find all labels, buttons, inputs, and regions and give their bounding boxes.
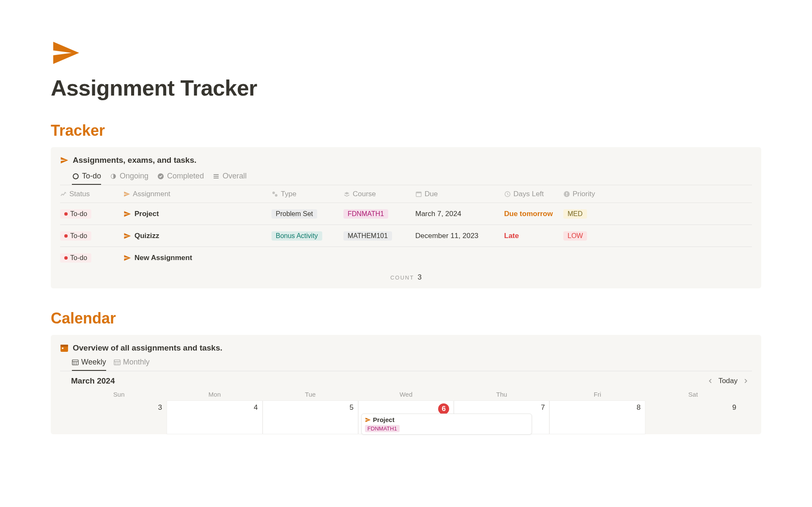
assignment-cell[interactable]: New Assignment xyxy=(123,254,272,262)
day-number: 8 xyxy=(554,403,640,412)
calendar-cell[interactable]: 4 xyxy=(167,400,262,434)
half-circle-icon xyxy=(110,173,117,180)
calendar-icon xyxy=(60,344,69,352)
tab-label: To-do xyxy=(82,172,101,181)
calendar-section-title: Calendar xyxy=(51,310,761,327)
days-left: Late xyxy=(504,232,519,240)
priority-icon xyxy=(563,191,570,197)
tracker-callout: Assignments, exams, and tasks. xyxy=(73,156,197,165)
paper-plane-icon xyxy=(123,191,130,197)
course-icon xyxy=(343,191,350,197)
day-number: 4 xyxy=(171,403,258,412)
tab-label: Overall xyxy=(222,172,247,181)
circle-icon xyxy=(72,173,80,180)
weekday-label: Mon xyxy=(167,389,262,400)
day-number: 7 xyxy=(458,403,545,412)
table-row[interactable]: To-doProjectProblem SetFDNMATH1March 7, … xyxy=(60,203,752,225)
calendar-cell[interactable]: 3 xyxy=(71,400,167,434)
due-date: December 11, 2023 xyxy=(415,232,478,240)
weekday-label: Wed xyxy=(358,389,454,400)
tab-label: Ongoing xyxy=(120,172,148,181)
status-icon xyxy=(60,191,67,197)
col-due[interactable]: Due xyxy=(415,190,504,198)
day-number: 5 xyxy=(267,403,354,412)
weekday-label: Sun xyxy=(71,389,167,400)
event-course-tag: FDNMATH1 xyxy=(365,425,400,432)
paper-plane-icon xyxy=(365,417,371,423)
assignment-cell[interactable]: Quizizz xyxy=(123,232,272,240)
count-label: COUNT xyxy=(390,274,414,281)
chevron-left-icon[interactable] xyxy=(708,378,713,384)
tab-label: Completed xyxy=(167,172,204,181)
type-icon xyxy=(272,191,278,197)
calendar-cell[interactable]: 8 xyxy=(549,400,645,434)
day-number: 9 xyxy=(650,403,736,412)
tab-ongoing[interactable]: Ongoing xyxy=(110,172,148,185)
col-status[interactable]: Status xyxy=(60,190,123,198)
col-course[interactable]: Course xyxy=(343,190,415,198)
chevron-right-icon[interactable] xyxy=(743,378,749,384)
tab-todo[interactable]: To-do xyxy=(72,172,101,185)
col-days-left[interactable]: Days Left xyxy=(504,190,563,198)
days-left: Due tomorrow xyxy=(504,210,553,218)
page-title: Assignment Tracker xyxy=(51,75,761,101)
today-button[interactable]: Today xyxy=(719,377,738,385)
paper-plane-icon xyxy=(123,232,131,240)
tab-completed[interactable]: Completed xyxy=(157,172,204,185)
paper-plane-icon xyxy=(51,38,80,68)
calendar-panel: Overview of all assignments and tasks. W… xyxy=(51,335,761,434)
due-date: March 7, 2024 xyxy=(415,210,461,218)
count-value: 3 xyxy=(418,273,422,281)
tab-overall[interactable]: Overall xyxy=(212,172,247,185)
calendar-cell[interactable]: 6ProjectFDNMATH1 xyxy=(358,400,454,434)
priority-tag: MED xyxy=(563,209,587,219)
day-number: 6 xyxy=(438,403,449,414)
priority-tag: LOW xyxy=(563,231,587,241)
weekday-label: Fri xyxy=(549,389,645,400)
count-row: COUNT 3 xyxy=(51,269,761,284)
date-icon xyxy=(415,191,422,197)
status-badge: To-do xyxy=(60,209,91,219)
status-badge: To-do xyxy=(60,253,91,263)
course-tag: FDNMATH1 xyxy=(343,209,388,219)
weekday-label: Tue xyxy=(263,389,358,400)
col-assignment[interactable]: Assignment xyxy=(123,190,272,198)
paper-plane-icon xyxy=(60,156,69,164)
calendar-cell[interactable]: 9 xyxy=(645,400,741,434)
tracker-section-title: Tracker xyxy=(51,122,761,140)
status-badge: To-do xyxy=(60,231,91,241)
calendar-event[interactable]: ProjectFDNMATH1 xyxy=(361,414,532,435)
tracker-panel: Assignments, exams, and tasks. To-do Ong… xyxy=(51,147,761,288)
course-tag: MATHEM101 xyxy=(343,231,392,241)
type-tag: Problem Set xyxy=(272,209,317,219)
weekday-label: Thu xyxy=(454,389,549,400)
calendar-month: March 2024 xyxy=(71,376,115,386)
weekday-label: Sat xyxy=(645,389,741,400)
paper-plane-icon xyxy=(123,210,131,218)
col-priority[interactable]: Priority xyxy=(563,190,623,198)
table-row[interactable]: To-doQuizizzBonus ActivityMATHEM101Decem… xyxy=(60,225,752,247)
check-circle-icon xyxy=(157,173,165,180)
day-number: 3 xyxy=(76,403,162,412)
paper-plane-icon xyxy=(123,254,131,262)
calgrid-icon xyxy=(72,359,79,366)
clock-icon xyxy=(504,191,511,197)
calendar-cell[interactable]: 5 xyxy=(263,400,358,434)
assignment-cell[interactable]: Project xyxy=(123,210,272,218)
type-tag: Bonus Activity xyxy=(272,231,322,241)
col-type[interactable]: Type xyxy=(272,190,343,198)
calendar-callout: Overview of all assignments and tasks. xyxy=(73,343,222,353)
calgrid-icon xyxy=(114,359,121,366)
table-row[interactable]: To-doNew Assignment xyxy=(60,247,752,269)
cal-tab-weekly[interactable]: Weekly xyxy=(72,358,106,371)
cal-tab-monthly[interactable]: Monthly xyxy=(114,358,150,371)
list-icon xyxy=(212,173,220,180)
